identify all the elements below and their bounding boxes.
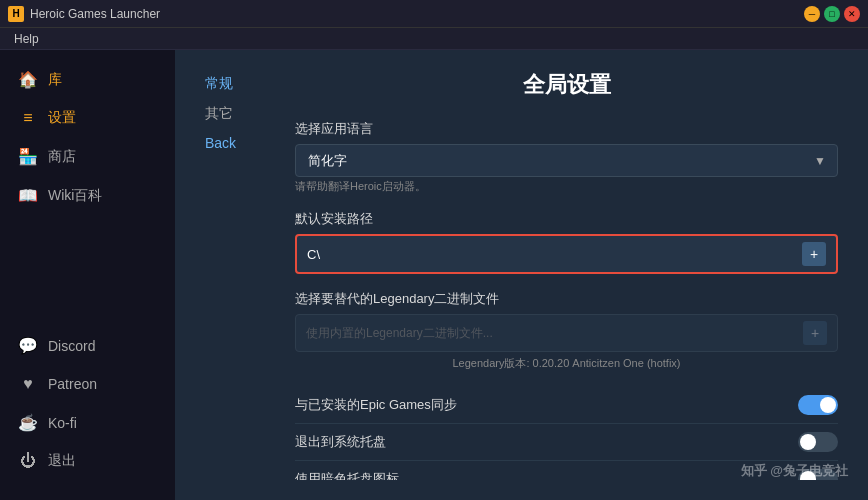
library-icon: 🏠 — [18, 70, 38, 89]
install-path-input[interactable] — [307, 247, 794, 262]
app-title: Heroic Games Launcher — [30, 7, 160, 21]
menu-bar: Help — [0, 28, 868, 50]
sidebar-label-discord: Discord — [48, 338, 95, 354]
language-select[interactable]: 简化字 English Deutsch Español — [295, 144, 838, 177]
sidebar-item-patreon[interactable]: ♥ Patreon — [0, 365, 175, 403]
sidebar-item-kofi[interactable]: ☕ Ko-fi — [0, 403, 175, 442]
store-icon: 🏪 — [18, 147, 38, 166]
legendary-label: 选择要替代的Legendary二进制文件 — [295, 290, 838, 308]
close-button[interactable]: ✕ — [844, 6, 860, 22]
legendary-input-container: + — [295, 314, 838, 352]
system-tray-toggle[interactable] — [798, 432, 838, 452]
main-layout: 🏠 库 ≡ 设置 🏪 商店 📖 Wiki百科 💬 Discord ♥ Patre… — [0, 50, 868, 500]
patreon-icon: ♥ — [18, 375, 38, 393]
sidebar-bottom: 💬 Discord ♥ Patreon ☕ Ko-fi ⏻ 退出 — [0, 326, 175, 490]
nav-back[interactable]: Back — [205, 135, 265, 151]
title-bar: H Heroic Games Launcher ─ □ ✕ — [0, 0, 868, 28]
sidebar-item-wiki[interactable]: 📖 Wiki百科 — [0, 176, 175, 215]
language-label: 选择应用语言 — [295, 120, 838, 138]
help-menu[interactable]: Help — [8, 32, 45, 46]
sidebar-label-settings: 设置 — [48, 109, 76, 127]
sidebar-item-store[interactable]: 🏪 商店 — [0, 137, 175, 176]
epic-sync-label: 与已安装的Epic Games同步 — [295, 396, 457, 414]
sidebar-item-library[interactable]: 🏠 库 — [0, 60, 175, 99]
epic-sync-toggle[interactable] — [798, 395, 838, 415]
sidebar-label-library: 库 — [48, 71, 62, 89]
nav-other[interactable]: 其它 — [205, 105, 265, 123]
sidebar-label-logout: 退出 — [48, 452, 76, 470]
system-tray-label: 退出到系统托盘 — [295, 433, 386, 451]
watermark: 知乎 @兔子电竞社 — [741, 462, 848, 480]
legendary-path-input[interactable] — [306, 326, 795, 340]
sidebar-item-settings[interactable]: ≡ 设置 — [0, 99, 175, 137]
sidebar-item-logout[interactable]: ⏻ 退出 — [0, 442, 175, 480]
left-nav: 常规 其它 Back — [205, 70, 265, 480]
settings-icon: ≡ — [18, 109, 38, 127]
sidebar-label-kofi: Ko-fi — [48, 415, 77, 431]
epic-sync-row: 与已安装的Epic Games同步 — [295, 387, 838, 424]
window-controls: ─ □ ✕ — [804, 6, 860, 22]
wiki-icon: 📖 — [18, 186, 38, 205]
content-area: 常规 其它 Back 全局设置 选择应用语言 简化字 English Deuts… — [175, 50, 868, 500]
title-bar-left: H Heroic Games Launcher — [8, 6, 160, 22]
sidebar-item-discord[interactable]: 💬 Discord — [0, 326, 175, 365]
toggle-knob-tray — [800, 434, 816, 450]
install-path-container: + — [295, 234, 838, 274]
browse-install-path-button[interactable]: + — [802, 242, 826, 266]
minimize-button[interactable]: ─ — [804, 6, 820, 22]
language-setting: 选择应用语言 简化字 English Deutsch Español ▼ 请帮助… — [295, 120, 838, 194]
legendary-version: Legendary版本: 0.20.20 Anticitzen One (hot… — [295, 356, 838, 371]
sidebar: 🏠 库 ≡ 设置 🏪 商店 📖 Wiki百科 💬 Discord ♥ Patre… — [0, 50, 175, 500]
maximize-button[interactable]: □ — [824, 6, 840, 22]
install-path-setting: 默认安装路径 + — [295, 210, 838, 274]
nav-general[interactable]: 常规 — [205, 75, 265, 93]
language-select-container: 简化字 English Deutsch Español ▼ — [295, 144, 838, 177]
legendary-setting: 选择要替代的Legendary二进制文件 + Legendary版本: 0.20… — [295, 290, 838, 371]
kofi-icon: ☕ — [18, 413, 38, 432]
sidebar-label-store: 商店 — [48, 148, 76, 166]
install-path-label: 默认安装路径 — [295, 210, 838, 228]
settings-title: 全局设置 — [295, 70, 838, 100]
sidebar-label-wiki: Wiki百科 — [48, 187, 102, 205]
language-help-text: 请帮助翻译Heroic启动器。 — [295, 179, 838, 194]
dark-tray-label: 使用暗色托盘图标 — [295, 470, 399, 480]
browse-legendary-button[interactable]: + — [803, 321, 827, 345]
toggle-knob — [820, 397, 836, 413]
logout-icon: ⏻ — [18, 452, 38, 470]
app-icon: H — [8, 6, 24, 22]
system-tray-row: 退出到系统托盘 — [295, 424, 838, 461]
discord-icon: 💬 — [18, 336, 38, 355]
settings-panel: 全局设置 选择应用语言 简化字 English Deutsch Español … — [295, 70, 838, 480]
sidebar-label-patreon: Patreon — [48, 376, 97, 392]
